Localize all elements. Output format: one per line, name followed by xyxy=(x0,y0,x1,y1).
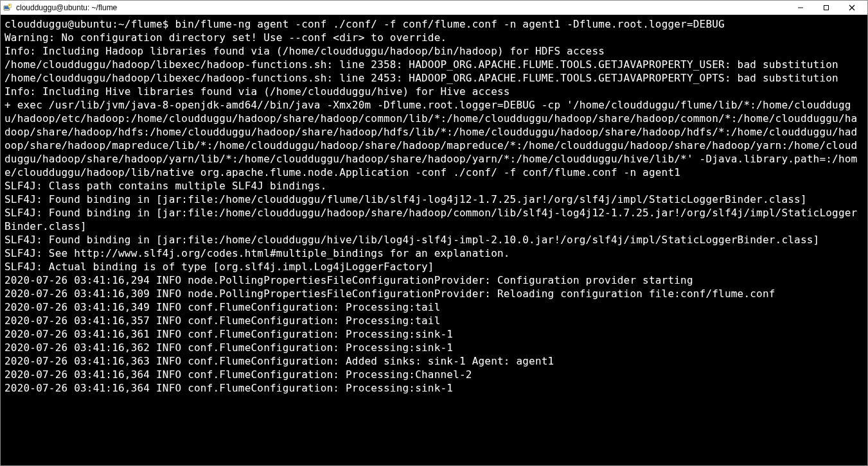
output-line: SLF4J: Actual binding is of type [org.sl… xyxy=(4,261,434,273)
titlebar[interactable]: cloudduggu@ubuntu: ~/flume xyxy=(1,1,867,15)
shell-command: bin/flume-ng agent -conf ./conf/ -f conf… xyxy=(175,18,725,30)
output-line: 2020-07-26 03:41:16,363 INFO conf.FlumeC… xyxy=(4,355,554,367)
minimize-button[interactable] xyxy=(788,1,813,15)
output-line: SLF4J: Found binding in [jar:file:/home/… xyxy=(4,193,807,205)
putty-icon xyxy=(3,3,12,12)
output-line: Info: Including Hive libraries found via… xyxy=(4,85,510,98)
output-line: /home/cloudduggu/hadoop/libexec/hadoop-f… xyxy=(4,72,838,84)
output-line: 2020-07-26 03:41:16,361 INFO conf.FlumeC… xyxy=(4,328,453,340)
output-line: SLF4J: Found binding in [jar:file:/home/… xyxy=(4,234,819,246)
close-button[interactable] xyxy=(839,1,865,15)
output-line: SLF4J: Class path contains multiple SLF4… xyxy=(4,180,326,192)
terminal-window: cloudduggu@ubuntu: ~/flume cloudduggu@ub… xyxy=(0,0,868,466)
output-line: SLF4J: Found binding in [jar:file:/home/… xyxy=(4,207,857,232)
window-controls xyxy=(788,1,865,15)
shell-prompt: cloudduggu@ubuntu:~/flume$ xyxy=(4,18,169,30)
output-line: SLF4J: See http://www.slf4j.org/codes.ht… xyxy=(4,247,510,259)
output-line: 2020-07-26 03:41:16,364 INFO conf.FlumeC… xyxy=(4,382,453,394)
maximize-button[interactable] xyxy=(813,1,839,15)
output-line: + exec /usr/lib/jvm/java-8-openjdk-amd64… xyxy=(4,99,857,178)
terminal-output[interactable]: cloudduggu@ubuntu:~/flume$ bin/flume-ng … xyxy=(1,15,867,465)
window-title: cloudduggu@ubuntu: ~/flume xyxy=(16,3,788,12)
output-line: 2020-07-26 03:41:16,357 INFO conf.FlumeC… xyxy=(4,315,440,327)
output-line: Info: Including Hadoop libraries found v… xyxy=(4,45,605,57)
output-line: Warning: No configuration directory set!… xyxy=(4,31,447,44)
output-line: 2020-07-26 03:41:16,349 INFO conf.FlumeC… xyxy=(4,301,440,313)
output-line: 2020-07-26 03:41:16,294 INFO node.Pollin… xyxy=(4,274,693,286)
output-line: 2020-07-26 03:41:16,362 INFO conf.FlumeC… xyxy=(4,341,453,354)
svg-rect-4 xyxy=(824,6,829,10)
output-line: 2020-07-26 03:41:16,309 INFO node.Pollin… xyxy=(4,288,775,300)
output-line: /home/cloudduggu/hadoop/libexec/hadoop-f… xyxy=(4,58,838,71)
svg-rect-2 xyxy=(8,4,12,8)
output-line: 2020-07-26 03:41:16,364 INFO conf.FlumeC… xyxy=(4,368,472,381)
